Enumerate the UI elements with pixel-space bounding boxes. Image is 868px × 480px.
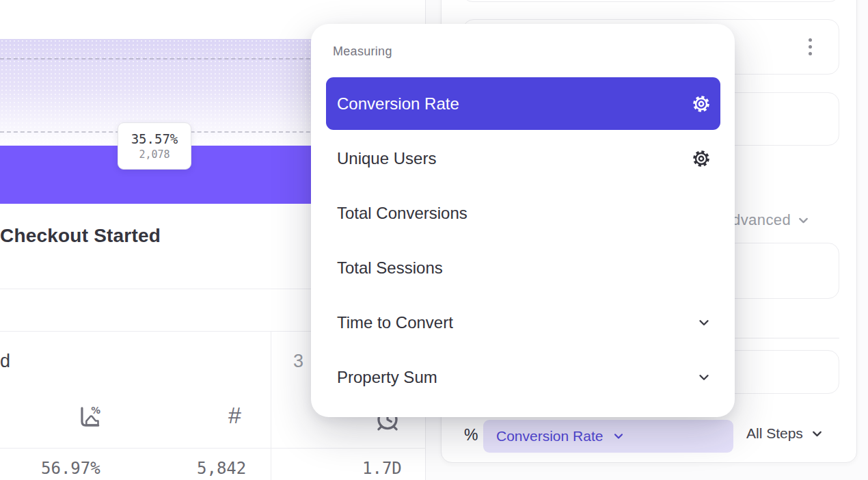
menu-item-unique-users[interactable]: Unique Users (326, 139, 720, 178)
svg-text:%: % (91, 405, 100, 416)
value-conversion-rate: 56.97% (41, 459, 100, 478)
menu-item-property-sum[interactable]: Property Sum (326, 358, 720, 397)
menu-item-label: Total Sessions (337, 258, 443, 278)
menu-item-conversion-rate[interactable]: Conversion Rate (326, 77, 720, 130)
count-hash-icon: # (228, 402, 241, 429)
gear-icon[interactable] (691, 94, 711, 114)
percent-symbol: % (464, 426, 478, 444)
kebab-menu-icon[interactable] (809, 38, 812, 55)
chevron-down-icon (696, 370, 711, 385)
menu-item-label: Conversion Rate (337, 94, 459, 114)
value-count: 5,842 (197, 459, 246, 478)
menu-item-label: Total Conversions (337, 204, 467, 223)
menu-item-label: Unique Users (337, 149, 436, 168)
funnel-step-title: Checkout Started (0, 225, 161, 247)
steps-selector[interactable]: All Steps (746, 425, 824, 442)
menu-item-label: Property Sum (337, 368, 437, 387)
value-time-to-convert: 1.7D (362, 459, 402, 478)
tooltip-rate: 35.57% (131, 131, 178, 146)
menu-item-total-conversions[interactable]: Total Conversions (326, 194, 720, 232)
chevron-down-icon (696, 315, 711, 330)
metric-chip-label: Conversion Rate (496, 428, 603, 444)
chevron-down-icon (810, 427, 824, 441)
table-step-label-fragment: d (0, 351, 10, 372)
advanced-toggle[interactable]: Advanced (722, 211, 811, 229)
table-row-divider (0, 448, 426, 449)
steps-label: All Steps (746, 425, 803, 442)
dropdown-section-label: Measuring (333, 44, 392, 59)
metric-selector-chip[interactable]: Conversion Rate (483, 420, 733, 453)
table-step-number: 3 (293, 351, 303, 372)
app-canvas: Checkout Started d 3 % # 56.97% 5,842 1.… (0, 0, 868, 480)
chevron-down-icon (612, 429, 625, 443)
chevron-down-icon (796, 213, 811, 228)
conversion-rate-chart-icon: % (76, 404, 102, 430)
menu-item-time-to-convert[interactable]: Time to Convert (326, 304, 720, 342)
table-column-divider (271, 331, 271, 480)
gear-icon[interactable] (691, 148, 711, 169)
tooltip-count: 2,078 (139, 148, 169, 161)
menu-item-total-sessions[interactable]: Total Sessions (326, 249, 720, 287)
measuring-dropdown: Measuring Conversion Rate Unique Users T… (311, 24, 735, 417)
query-row-card-top (463, 0, 839, 2)
menu-item-label: Time to Convert (337, 313, 453, 332)
chart-tooltip: 35.57% 2,078 (118, 122, 191, 170)
